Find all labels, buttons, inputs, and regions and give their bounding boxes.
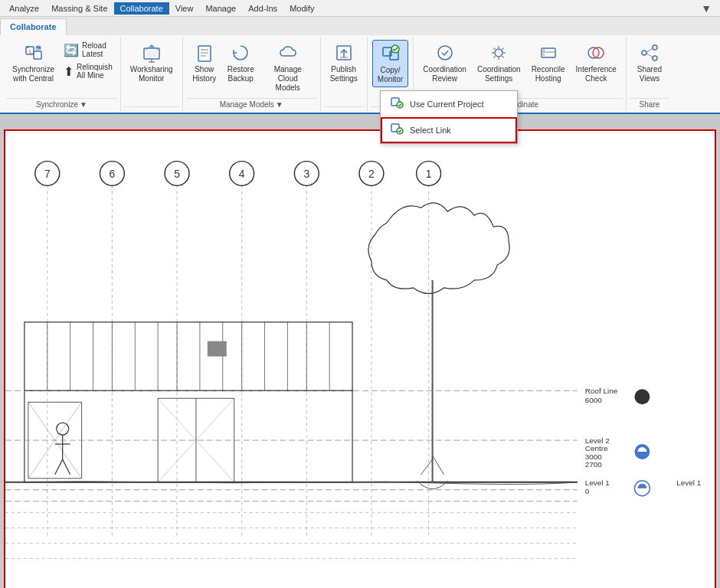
reload-latest-button[interactable]: 🔄 ReloadLatest xyxy=(61,40,116,60)
hosting-label: ReconcileHosting xyxy=(532,65,565,83)
shared-views-button[interactable]: SharedViews xyxy=(633,40,666,86)
menu-bar: Analyze Massing & Site Collaborate View … xyxy=(0,0,720,17)
relinquish-icon: ⬆ xyxy=(64,64,74,79)
svg-text:Roof Line: Roof Line xyxy=(585,387,618,395)
copy-monitor-label: Copy/Monitor xyxy=(378,66,403,84)
use-current-icon xyxy=(390,96,404,113)
worksharing-buttons: WorksharingMonitor xyxy=(124,37,179,105)
svg-text:1: 1 xyxy=(426,168,432,180)
copy-monitor-icon xyxy=(378,43,403,64)
sync-central-label: Synchronizewith Central xyxy=(12,65,54,83)
publish-icon xyxy=(332,42,356,64)
svg-text:6000: 6000 xyxy=(585,396,603,404)
restore-label: RestoreBackup xyxy=(227,65,254,83)
svg-point-18 xyxy=(438,46,452,60)
svg-line-30 xyxy=(646,54,653,57)
coord-review-icon xyxy=(433,42,457,64)
coordination-review-button[interactable]: CoordinationReview xyxy=(418,40,471,86)
hosting-icon xyxy=(536,42,561,64)
svg-rect-4 xyxy=(146,51,157,57)
reload-icon: 🔄 xyxy=(64,43,79,57)
ribbon-content: Synchronizewith Central 🔄 ReloadLatest ⬆… xyxy=(0,35,720,113)
menu-collaborate[interactable]: Collaborate xyxy=(114,2,169,15)
select-link-icon xyxy=(390,122,404,139)
select-link-item[interactable]: Select Link xyxy=(381,117,517,143)
ribbon: Collaborate xyxy=(0,17,720,114)
menu-addins[interactable]: Add-Ins xyxy=(242,2,283,15)
publish-group-label xyxy=(324,106,364,111)
shared-views-label: SharedViews xyxy=(637,65,662,83)
svg-point-23 xyxy=(543,54,545,56)
shared-views-icon xyxy=(637,42,662,64)
group-manage-models: ShowHistory RestoreBackup xyxy=(183,37,321,111)
svg-rect-35 xyxy=(5,139,715,582)
menu-manage[interactable]: Manage xyxy=(199,2,242,15)
menu-modify[interactable]: Modify xyxy=(283,2,320,15)
svg-text:Centre: Centre xyxy=(585,444,608,452)
select-link-label: Select Link xyxy=(410,126,451,135)
reconcile-hosting-button[interactable]: ReconcileHosting xyxy=(527,40,570,86)
svg-text:Level 1: Level 1 xyxy=(585,479,610,487)
manage-label-text: Manage Models xyxy=(220,100,274,109)
coord-settings-label: CoordinationSettings xyxy=(477,65,521,83)
quick-access-btn[interactable]: ▼ xyxy=(699,2,714,15)
svg-rect-72 xyxy=(208,341,227,357)
menu-analyze[interactable]: Analyze xyxy=(3,2,45,15)
menu-massing[interactable]: Massing & Site xyxy=(45,2,113,15)
history-label: ShowHistory xyxy=(192,65,216,83)
copy-monitor-button[interactable]: Copy/Monitor xyxy=(372,40,408,87)
svg-text:Level 1: Level 1 xyxy=(676,479,702,487)
tab-collaborate[interactable]: Collaborate xyxy=(0,18,67,35)
worksharing-icon xyxy=(139,42,164,64)
manage-label-arrow: Manage Models ▼ xyxy=(186,100,317,109)
group-synchronize: Synchronizewith Central 🔄 ReloadLatest ⬆… xyxy=(3,37,121,111)
show-history-button[interactable]: ShowHistory xyxy=(188,40,221,86)
svg-text:4: 4 xyxy=(239,168,245,180)
group-publish: PublishSettings xyxy=(321,37,368,111)
sync-label-text: Synchronize xyxy=(36,100,78,109)
group-worksharing: WorksharingMonitor xyxy=(121,37,183,111)
group-share: SharedViews Share xyxy=(627,37,673,111)
manage-models-buttons: ShowHistory RestoreBackup xyxy=(186,37,317,96)
cloud-icon xyxy=(276,42,300,64)
coord-settings-icon xyxy=(486,42,511,64)
svg-point-19 xyxy=(495,49,502,57)
svg-text:0: 0 xyxy=(585,487,590,495)
quick-access-toolbar: ▼ xyxy=(699,0,714,17)
share-group-label: Share xyxy=(630,98,669,111)
main-drawing-area: 7 6 5 4 3 2 1 xyxy=(0,114,720,588)
use-current-project-item[interactable]: Use Current Project xyxy=(381,91,517,117)
svg-point-22 xyxy=(543,50,545,51)
manage-cloud-button[interactable]: ManageCloud Models xyxy=(260,40,316,95)
relinquish-mine-button[interactable]: ⬆ RelinquishAll Mine xyxy=(61,61,116,81)
interference-icon xyxy=(584,42,608,64)
sync-label-arrow: Synchronize ▼ xyxy=(6,100,117,109)
share-buttons: SharedViews xyxy=(630,37,669,96)
sync-icon xyxy=(21,42,46,64)
svg-point-28 xyxy=(653,56,657,60)
publish-label: PublishSettings xyxy=(330,65,358,83)
interference-check-button[interactable]: InterferenceCheck xyxy=(571,40,621,86)
sync-dropdown-arrow[interactable]: ▼ xyxy=(80,100,87,109)
worksharing-monitor-button[interactable]: WorksharingMonitor xyxy=(126,40,178,86)
cloud-label: ManageCloud Models xyxy=(265,65,311,93)
interference-label: InterferenceCheck xyxy=(576,65,617,83)
publish-buttons: PublishSettings xyxy=(324,37,364,105)
svg-text:7: 7 xyxy=(44,168,51,180)
drawing-canvas[interactable]: 7 6 5 4 3 2 1 xyxy=(4,129,716,588)
svg-point-98 xyxy=(634,444,650,459)
svg-rect-1 xyxy=(34,51,41,59)
publish-settings-button[interactable]: PublishSettings xyxy=(326,40,362,86)
menu-view[interactable]: View xyxy=(169,2,200,15)
use-current-label: Use Current Project xyxy=(410,100,484,109)
sync-central-button[interactable]: Synchronizewith Central xyxy=(8,40,59,86)
svg-line-29 xyxy=(646,49,653,53)
restore-icon xyxy=(228,42,253,64)
relinquish-label: RelinquishAll Mine xyxy=(77,63,113,80)
coord-review-label: CoordinationReview xyxy=(423,65,466,83)
svg-text:5: 5 xyxy=(174,168,180,180)
restore-backup-button[interactable]: RestoreBackup xyxy=(223,40,259,86)
manage-dropdown-arrow[interactable]: ▼ xyxy=(276,100,283,109)
svg-point-93 xyxy=(634,389,650,404)
coordination-settings-button[interactable]: CoordinationSettings xyxy=(473,40,525,86)
